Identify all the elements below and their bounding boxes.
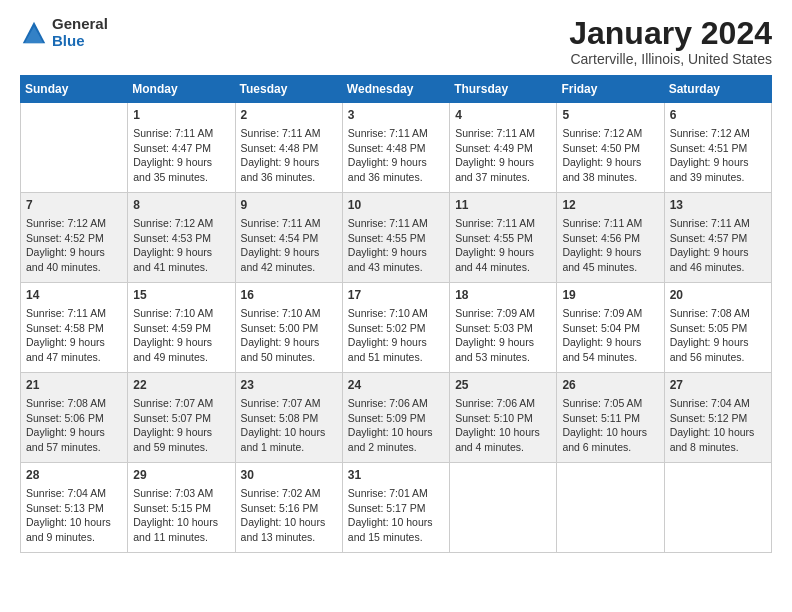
calendar-cell: 4Sunrise: 7:11 AM Sunset: 4:49 PM Daylig… [450, 103, 557, 193]
day-number: 3 [348, 107, 444, 124]
day-info: Sunrise: 7:03 AM Sunset: 5:15 PM Dayligh… [133, 486, 229, 545]
calendar-header-row: SundayMondayTuesdayWednesdayThursdayFrid… [21, 76, 772, 103]
day-number: 21 [26, 377, 122, 394]
day-number: 23 [241, 377, 337, 394]
week-row-3: 14Sunrise: 7:11 AM Sunset: 4:58 PM Dayli… [21, 283, 772, 373]
day-number: 18 [455, 287, 551, 304]
calendar-cell [664, 463, 771, 553]
day-number: 19 [562, 287, 658, 304]
day-number: 13 [670, 197, 766, 214]
week-row-1: 1Sunrise: 7:11 AM Sunset: 4:47 PM Daylig… [21, 103, 772, 193]
day-number: 11 [455, 197, 551, 214]
day-info: Sunrise: 7:10 AM Sunset: 5:02 PM Dayligh… [348, 306, 444, 365]
day-info: Sunrise: 7:11 AM Sunset: 4:47 PM Dayligh… [133, 126, 229, 185]
calendar-cell: 10Sunrise: 7:11 AM Sunset: 4:55 PM Dayli… [342, 193, 449, 283]
calendar-cell: 19Sunrise: 7:09 AM Sunset: 5:04 PM Dayli… [557, 283, 664, 373]
calendar-cell: 5Sunrise: 7:12 AM Sunset: 4:50 PM Daylig… [557, 103, 664, 193]
day-info: Sunrise: 7:12 AM Sunset: 4:52 PM Dayligh… [26, 216, 122, 275]
calendar-cell: 22Sunrise: 7:07 AM Sunset: 5:07 PM Dayli… [128, 373, 235, 463]
day-info: Sunrise: 7:04 AM Sunset: 5:12 PM Dayligh… [670, 396, 766, 455]
header-day-friday: Friday [557, 76, 664, 103]
day-number: 8 [133, 197, 229, 214]
day-info: Sunrise: 7:10 AM Sunset: 5:00 PM Dayligh… [241, 306, 337, 365]
week-row-5: 28Sunrise: 7:04 AM Sunset: 5:13 PM Dayli… [21, 463, 772, 553]
calendar-cell: 30Sunrise: 7:02 AM Sunset: 5:16 PM Dayli… [235, 463, 342, 553]
day-number: 12 [562, 197, 658, 214]
day-info: Sunrise: 7:11 AM Sunset: 4:54 PM Dayligh… [241, 216, 337, 275]
day-info: Sunrise: 7:02 AM Sunset: 5:16 PM Dayligh… [241, 486, 337, 545]
day-info: Sunrise: 7:11 AM Sunset: 4:49 PM Dayligh… [455, 126, 551, 185]
calendar-cell: 8Sunrise: 7:12 AM Sunset: 4:53 PM Daylig… [128, 193, 235, 283]
day-info: Sunrise: 7:09 AM Sunset: 5:03 PM Dayligh… [455, 306, 551, 365]
calendar-cell [557, 463, 664, 553]
day-number: 2 [241, 107, 337, 124]
title-block: January 2024 Carterville, Illinois, Unit… [569, 16, 772, 67]
calendar-cell: 13Sunrise: 7:11 AM Sunset: 4:57 PM Dayli… [664, 193, 771, 283]
logo: General Blue [20, 16, 108, 49]
calendar-cell: 17Sunrise: 7:10 AM Sunset: 5:02 PM Dayli… [342, 283, 449, 373]
calendar-cell [450, 463, 557, 553]
day-info: Sunrise: 7:12 AM Sunset: 4:50 PM Dayligh… [562, 126, 658, 185]
header-day-monday: Monday [128, 76, 235, 103]
week-row-4: 21Sunrise: 7:08 AM Sunset: 5:06 PM Dayli… [21, 373, 772, 463]
calendar-cell [21, 103, 128, 193]
calendar-cell: 18Sunrise: 7:09 AM Sunset: 5:03 PM Dayli… [450, 283, 557, 373]
location-subtitle: Carterville, Illinois, United States [569, 51, 772, 67]
logo-blue-text: Blue [52, 33, 108, 50]
day-info: Sunrise: 7:01 AM Sunset: 5:17 PM Dayligh… [348, 486, 444, 545]
day-number: 9 [241, 197, 337, 214]
calendar-cell: 15Sunrise: 7:10 AM Sunset: 4:59 PM Dayli… [128, 283, 235, 373]
header-day-saturday: Saturday [664, 76, 771, 103]
day-info: Sunrise: 7:11 AM Sunset: 4:57 PM Dayligh… [670, 216, 766, 275]
month-title: January 2024 [569, 16, 772, 51]
day-number: 4 [455, 107, 551, 124]
calendar-cell: 1Sunrise: 7:11 AM Sunset: 4:47 PM Daylig… [128, 103, 235, 193]
day-number: 24 [348, 377, 444, 394]
day-info: Sunrise: 7:10 AM Sunset: 4:59 PM Dayligh… [133, 306, 229, 365]
calendar-cell: 16Sunrise: 7:10 AM Sunset: 5:00 PM Dayli… [235, 283, 342, 373]
calendar-cell: 6Sunrise: 7:12 AM Sunset: 4:51 PM Daylig… [664, 103, 771, 193]
day-info: Sunrise: 7:08 AM Sunset: 5:05 PM Dayligh… [670, 306, 766, 365]
calendar-cell: 28Sunrise: 7:04 AM Sunset: 5:13 PM Dayli… [21, 463, 128, 553]
page-header: General Blue January 2024 Carterville, I… [20, 16, 772, 67]
day-number: 31 [348, 467, 444, 484]
calendar-cell: 26Sunrise: 7:05 AM Sunset: 5:11 PM Dayli… [557, 373, 664, 463]
day-number: 30 [241, 467, 337, 484]
day-number: 10 [348, 197, 444, 214]
day-info: Sunrise: 7:06 AM Sunset: 5:10 PM Dayligh… [455, 396, 551, 455]
calendar-cell: 7Sunrise: 7:12 AM Sunset: 4:52 PM Daylig… [21, 193, 128, 283]
day-number: 7 [26, 197, 122, 214]
day-info: Sunrise: 7:12 AM Sunset: 4:53 PM Dayligh… [133, 216, 229, 275]
day-info: Sunrise: 7:11 AM Sunset: 4:48 PM Dayligh… [241, 126, 337, 185]
day-info: Sunrise: 7:11 AM Sunset: 4:55 PM Dayligh… [455, 216, 551, 275]
header-day-tuesday: Tuesday [235, 76, 342, 103]
logo-text: General Blue [52, 16, 108, 49]
day-info: Sunrise: 7:04 AM Sunset: 5:13 PM Dayligh… [26, 486, 122, 545]
calendar-cell: 11Sunrise: 7:11 AM Sunset: 4:55 PM Dayli… [450, 193, 557, 283]
day-number: 5 [562, 107, 658, 124]
calendar-cell: 23Sunrise: 7:07 AM Sunset: 5:08 PM Dayli… [235, 373, 342, 463]
calendar-cell: 29Sunrise: 7:03 AM Sunset: 5:15 PM Dayli… [128, 463, 235, 553]
day-number: 17 [348, 287, 444, 304]
day-number: 14 [26, 287, 122, 304]
day-info: Sunrise: 7:05 AM Sunset: 5:11 PM Dayligh… [562, 396, 658, 455]
week-row-2: 7Sunrise: 7:12 AM Sunset: 4:52 PM Daylig… [21, 193, 772, 283]
day-info: Sunrise: 7:11 AM Sunset: 4:56 PM Dayligh… [562, 216, 658, 275]
day-number: 20 [670, 287, 766, 304]
day-number: 29 [133, 467, 229, 484]
logo-icon [20, 19, 48, 47]
day-number: 28 [26, 467, 122, 484]
day-number: 6 [670, 107, 766, 124]
header-day-sunday: Sunday [21, 76, 128, 103]
calendar-cell: 3Sunrise: 7:11 AM Sunset: 4:48 PM Daylig… [342, 103, 449, 193]
calendar-cell: 9Sunrise: 7:11 AM Sunset: 4:54 PM Daylig… [235, 193, 342, 283]
day-info: Sunrise: 7:07 AM Sunset: 5:08 PM Dayligh… [241, 396, 337, 455]
day-info: Sunrise: 7:11 AM Sunset: 4:48 PM Dayligh… [348, 126, 444, 185]
day-info: Sunrise: 7:11 AM Sunset: 4:58 PM Dayligh… [26, 306, 122, 365]
day-number: 22 [133, 377, 229, 394]
calendar-cell: 12Sunrise: 7:11 AM Sunset: 4:56 PM Dayli… [557, 193, 664, 283]
header-day-thursday: Thursday [450, 76, 557, 103]
calendar-table: SundayMondayTuesdayWednesdayThursdayFrid… [20, 75, 772, 553]
day-info: Sunrise: 7:07 AM Sunset: 5:07 PM Dayligh… [133, 396, 229, 455]
day-info: Sunrise: 7:11 AM Sunset: 4:55 PM Dayligh… [348, 216, 444, 275]
